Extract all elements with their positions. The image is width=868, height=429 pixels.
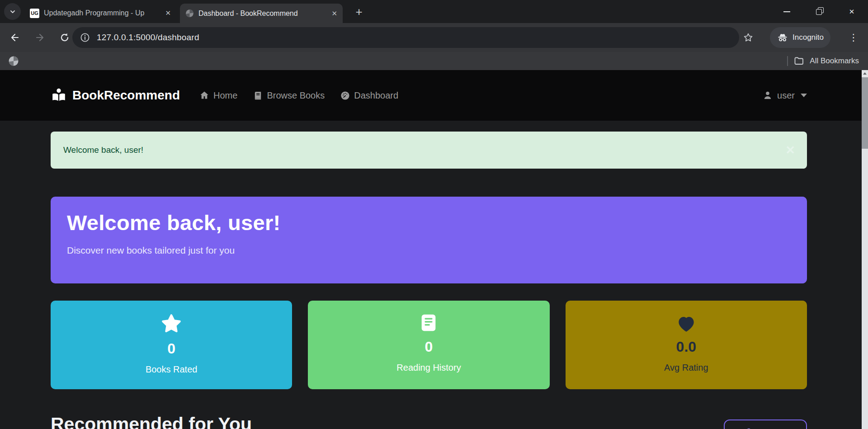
site-navbar: BookRecommend Home — [0, 70, 868, 121]
scroll-up-icon — [863, 72, 867, 75]
bookmark-star-button[interactable] — [739, 28, 757, 47]
folder-icon — [793, 56, 804, 66]
close-tab-icon[interactable]: ✕ — [331, 9, 337, 18]
alert-message: Welcome back, user! — [63, 145, 143, 155]
forward-icon — [34, 32, 45, 43]
minimize-button[interactable] — [770, 0, 803, 23]
forward-button[interactable] — [31, 28, 49, 47]
caret-down-icon — [801, 94, 807, 97]
person-icon — [762, 90, 773, 101]
stat-label: Reading History — [396, 363, 461, 373]
star-outline-icon — [743, 32, 754, 43]
home-icon — [199, 90, 210, 101]
stat-label: Books Rated — [146, 364, 198, 375]
stat-label: Avg Rating — [664, 363, 708, 373]
tab-strip: UG Updategadh Programming - Up ✕ Dashboa… — [0, 0, 868, 23]
user-dropdown[interactable]: user — [762, 90, 807, 101]
back-button[interactable] — [6, 28, 24, 47]
restore-icon — [816, 9, 822, 14]
stat-card-avg-rating: 0.0 Avg Rating — [566, 301, 807, 389]
hero-banner: Welcome back, user! Discover new books t… — [51, 197, 807, 283]
reload-icon — [59, 32, 70, 43]
book-icon — [253, 90, 263, 101]
book-reader-icon — [51, 87, 67, 104]
heart-icon — [675, 312, 698, 333]
browser-window: UG Updategadh Programming - Up ✕ Dashboa… — [0, 0, 868, 429]
site-info-icon[interactable] — [80, 32, 90, 43]
incognito-badge[interactable]: Incognito — [770, 27, 830, 48]
nav-link-label: Browse Books — [267, 90, 325, 101]
page-container: Welcome back, user! ✕ Welcome back, user… — [51, 132, 807, 429]
scrollbar-thumb[interactable] — [862, 77, 868, 149]
tab-title: Updategadh Programming - Up — [44, 9, 160, 17]
nav-link-home[interactable]: Home — [199, 90, 237, 101]
stat-value: 0 — [425, 339, 433, 355]
incognito-icon — [777, 32, 788, 43]
brand-label: BookRecommend — [72, 88, 180, 103]
gauge-icon — [340, 90, 350, 101]
browser-menu-button[interactable]: ⋮ — [844, 28, 863, 47]
tab-search-button[interactable] — [4, 3, 21, 20]
address-bar[interactable]: 127.0.0.1:5000/dashboard — [72, 27, 739, 48]
star-icon — [160, 312, 183, 335]
stat-value: 0.0 — [676, 339, 696, 355]
stats-row: 0 Books Rated 0 Reading History — [51, 301, 807, 389]
chevron-down-icon — [9, 8, 16, 15]
book-icon — [418, 312, 439, 333]
stat-value: 0 — [167, 340, 175, 357]
tab-dashboard-active[interactable]: Dashboard - BookRecommend ✕ — [180, 4, 343, 23]
nav-link-dashboard[interactable]: Dashboard — [340, 90, 398, 101]
welcome-alert: Welcome back, user! ✕ — [51, 132, 807, 169]
nav-link-label: Dashboard — [354, 90, 398, 101]
browser-toolbar: 127.0.0.1:5000/dashboard Incognito ⋮ — [0, 23, 868, 52]
new-tab-button[interactable]: + — [351, 4, 367, 20]
reload-button[interactable] — [56, 28, 74, 47]
brand[interactable]: BookRecommend — [51, 87, 180, 104]
minimize-icon — [783, 11, 790, 12]
page-viewport: BookRecommend Home — [0, 70, 868, 429]
incognito-label: Incognito — [793, 33, 824, 42]
scrollbar-up-button[interactable] — [862, 70, 868, 77]
tab-title: Dashboard - BookRecommend — [198, 9, 327, 18]
nav-links: Home Browse Books — [199, 90, 398, 101]
refresh-recommendations-button[interactable] — [724, 420, 807, 429]
restore-button[interactable] — [803, 0, 835, 23]
close-window-button[interactable]: ✕ — [835, 0, 868, 23]
back-icon — [9, 32, 20, 43]
window-controls: ✕ — [770, 0, 868, 23]
alert-close-icon[interactable]: ✕ — [785, 143, 795, 157]
nav-link-label: Home — [213, 90, 237, 101]
hero-title: Welcome back, user! — [67, 210, 807, 235]
recommended-section-title: Recommended for You — [51, 414, 807, 429]
tab-updategadh[interactable]: UG Updategadh Programming - Up ✕ — [24, 4, 176, 22]
url-text[interactable]: 127.0.0.1:5000/dashboard — [97, 33, 199, 42]
bookmarks-bar: All Bookmarks — [0, 52, 868, 70]
updategadh-favicon: UG — [30, 9, 39, 18]
page-scrollbar[interactable] — [862, 70, 868, 429]
user-label: user — [777, 90, 795, 101]
globe-favicon-icon — [185, 9, 194, 18]
stat-card-reading-history: 0 Reading History — [308, 301, 549, 389]
refresh-icon — [745, 427, 753, 429]
bookmark-globe-icon[interactable] — [8, 56, 19, 66]
nav-link-browse-books[interactable]: Browse Books — [253, 90, 325, 101]
stat-card-books-rated: 0 Books Rated — [51, 301, 292, 389]
all-bookmarks-button[interactable]: All Bookmarks — [810, 57, 859, 66]
close-tab-icon[interactable]: ✕ — [165, 9, 171, 17]
hero-subtitle: Discover new books tailored just for you — [67, 245, 807, 256]
bookmarks-divider — [787, 56, 788, 66]
